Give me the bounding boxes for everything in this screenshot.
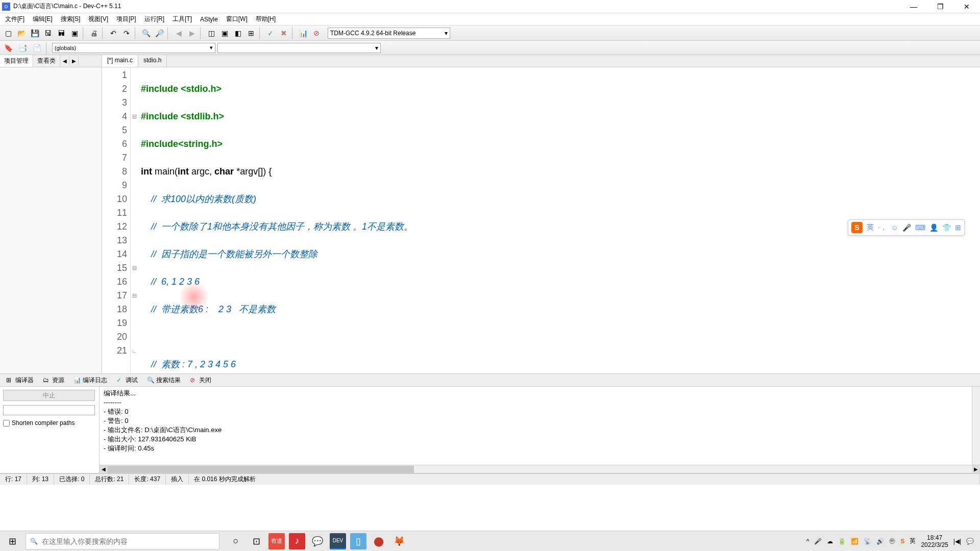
output-hscroll[interactable]: ◀▶ [100, 465, 980, 473]
menu-help[interactable]: 帮助[H] [253, 14, 279, 24]
sidebar-nav-right[interactable]: ▶ [69, 57, 79, 65]
system-tray: ^ 🎤 ☁ 🔋 📶 📡 🔊 ㊥ S 英 18:47 2022/3/25 |◀| … [806, 534, 980, 548]
filter-input[interactable] [3, 405, 95, 415]
start-button[interactable]: ⊞ [0, 531, 24, 552]
scope-select[interactable]: (globals) ▾ [52, 43, 215, 53]
sidebar-tab-project[interactable]: 项目管理 [0, 55, 33, 67]
firefox-icon[interactable]: 🦊 [391, 533, 407, 549]
goto-bookmark-icon[interactable]: 🔖 [2, 42, 14, 54]
sidebar-tab-classes[interactable]: 查看类 [33, 55, 60, 67]
save-as-icon[interactable]: 🖬 [55, 27, 67, 39]
ime-toolbox-icon[interactable]: ⊞ [955, 223, 961, 232]
compile-run-icon[interactable]: ◧ [232, 27, 244, 39]
menu-edit[interactable]: 编辑[E] [30, 14, 56, 24]
menu-project[interactable]: 项目[P] [113, 14, 139, 24]
tray-ime-icon[interactable]: ㊥ [889, 537, 895, 545]
menu-run[interactable]: 运行[R] [141, 14, 167, 24]
rebuild-icon[interactable]: ⊞ [245, 27, 257, 39]
tray-volume-icon[interactable]: 🔊 [876, 538, 884, 545]
save-all-icon[interactable]: 🖫 [42, 27, 54, 39]
editor-tab-stdio[interactable]: stdio.h [138, 55, 167, 67]
ime-emoji-icon[interactable]: ☺ [891, 223, 898, 232]
new-file-icon[interactable]: ▢ [2, 27, 14, 39]
menu-astyle[interactable]: AStyle [197, 15, 221, 24]
cortana-icon[interactable]: ○ [228, 533, 244, 549]
ime-toolbar[interactable]: S 英 ·， ☺ 🎤 ⌨ 👤 👕 ⊞ [848, 219, 965, 236]
shorten-paths-checkbox[interactable]: Shorten compiler paths [3, 419, 96, 427]
taskbar-search-input[interactable] [42, 537, 215, 545]
netease-music-icon[interactable]: ♪ [289, 533, 305, 549]
scope-select-value: (globals) [55, 45, 76, 51]
delete-profile-icon[interactable]: ⊘ [310, 27, 323, 39]
menu-file[interactable]: 文件[F] [2, 14, 28, 24]
ime-skin-icon[interactable]: 👕 [942, 223, 951, 232]
tray-app-icon[interactable]: |◀| [953, 538, 961, 545]
tray-battery-icon[interactable]: 🔋 [838, 538, 846, 545]
sidebar-nav-left[interactable]: ◀ [60, 57, 69, 65]
btab-close[interactable]: ⊘关闭 [186, 375, 215, 386]
app-icon: D [2, 3, 10, 11]
function-select[interactable]: ▾ [217, 43, 381, 53]
tray-onedrive-icon[interactable]: ☁ [827, 538, 833, 545]
replace-icon[interactable]: 🔎 [153, 27, 165, 39]
abort-button[interactable]: 中止 [3, 390, 95, 401]
tray-notifications-icon[interactable]: 💬 [966, 538, 974, 545]
output-vscroll[interactable] [972, 387, 980, 465]
ime-account-icon[interactable]: 👤 [929, 223, 938, 232]
nav-back-icon[interactable]: ◀ [173, 27, 185, 39]
btab-resources[interactable]: 🗂资源 [39, 375, 68, 386]
profile-icon[interactable]: 📊 [297, 27, 309, 39]
goto-line-icon[interactable]: 📄 [31, 42, 43, 54]
open-icon[interactable]: 📂 [15, 27, 28, 39]
app-icon-2[interactable]: ▯ [350, 533, 366, 549]
run-icon[interactable]: ▣ [218, 27, 231, 39]
ime-lang[interactable]: 英 [867, 223, 874, 232]
taskview-icon[interactable]: ⊡ [248, 533, 264, 549]
redo-icon[interactable]: ↷ [120, 27, 133, 39]
menu-tools[interactable]: 工具[T] [169, 14, 195, 24]
close-button[interactable]: ✕ [960, 3, 974, 11]
nav-fwd-icon[interactable]: ▶ [186, 27, 198, 39]
tray-chevron-icon[interactable]: ^ [806, 538, 810, 545]
record-icon[interactable]: ⬤ [371, 533, 387, 549]
tray-lang-icon[interactable]: 英 [910, 537, 916, 545]
btab-debug[interactable]: ✓调试 [112, 375, 142, 386]
compile-icon[interactable]: ◫ [205, 27, 217, 39]
menu-window[interactable]: 窗口[W] [223, 14, 251, 24]
youdao-icon[interactable]: 有道 [268, 533, 285, 549]
print-icon[interactable]: 🖨 [88, 27, 100, 39]
fold-column: ⊟⊟⊟∟ [131, 67, 138, 373]
tray-wifi-icon[interactable]: 📡 [864, 538, 871, 545]
close-file-icon[interactable]: ▣ [68, 27, 81, 39]
btab-search-results[interactable]: 🔍搜索结果 [143, 375, 185, 386]
tray-mic-icon[interactable]: 🎤 [814, 538, 822, 545]
editor-tab-main[interactable]: [*] main.c [102, 55, 138, 67]
tray-sogou-icon[interactable]: S [900, 538, 904, 545]
compiler-select[interactable]: TDM-GCC 4.9.2 64-bit Release ▾ [328, 28, 450, 39]
btab-compile-log[interactable]: 📊编译日志 [69, 375, 111, 386]
find-icon[interactable]: 🔍 [140, 27, 152, 39]
ime-punct-icon[interactable]: ·， [878, 223, 887, 232]
taskbar-search[interactable]: 🔍 [26, 533, 219, 549]
menu-view[interactable]: 视图[V] [85, 14, 111, 24]
status-mode: 插入 [166, 474, 189, 485]
check-icon: ✓ [116, 377, 124, 384]
menu-search[interactable]: 搜索[S] [58, 14, 84, 24]
debug-icon[interactable]: ✓ [264, 27, 277, 39]
undo-icon[interactable]: ↶ [107, 27, 119, 39]
wechat-icon[interactable]: 💬 [309, 533, 326, 549]
toggle-bookmark-icon[interactable]: 📑 [16, 42, 29, 54]
minimize-button[interactable]: — [906, 3, 921, 11]
stop-icon[interactable]: ✖ [278, 27, 290, 39]
editor-tabs: [*] main.c stdio.h [102, 55, 980, 67]
maximize-button[interactable]: ❐ [933, 3, 947, 11]
tray-bluetooth-icon[interactable]: 📶 [851, 538, 859, 545]
ime-voice-icon[interactable]: 🎤 [902, 223, 911, 232]
search-icon: 🔍 [30, 538, 38, 545]
btab-compiler[interactable]: ⊞编译器 [2, 375, 38, 386]
ime-keyboard-icon[interactable]: ⌨ [915, 223, 925, 232]
tray-clock[interactable]: 18:47 2022/3/25 [921, 534, 948, 548]
save-icon[interactable]: 💾 [29, 27, 41, 39]
compile-output[interactable]: 编译结果... -------- - 错误: 0 - 警告: 0 - 输出文件名… [100, 387, 980, 463]
devcpp-taskbar-icon[interactable]: DEV [330, 533, 346, 549]
